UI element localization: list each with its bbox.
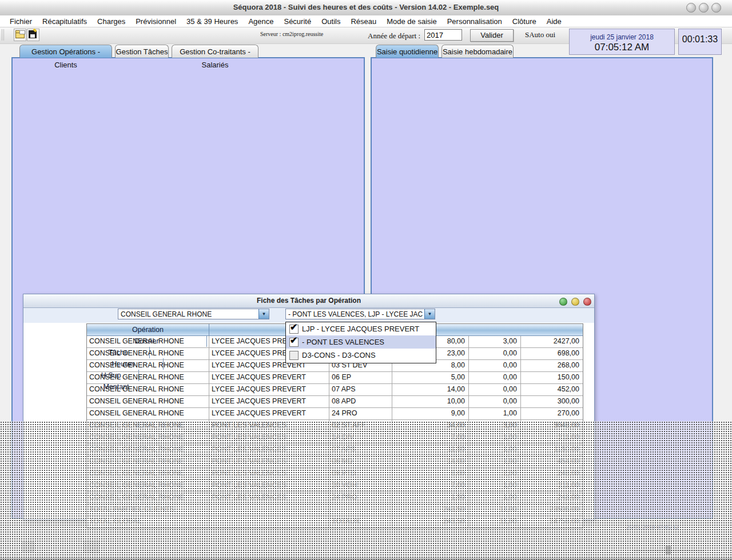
- table-cell: 2427,00: [521, 336, 583, 347]
- table-cell: 452,00: [521, 384, 583, 395]
- table-cell: [209, 504, 329, 515]
- table-cell: 248,00: [521, 468, 583, 479]
- dossier-combobox[interactable]: - PONT LES VALENCES, LJP - LYCEE JAC... …: [285, 309, 435, 319]
- dossier-dropdown-item[interactable]: - PONT LES VALENCES: [286, 335, 436, 349]
- table-cell: 211,00: [521, 480, 583, 491]
- unchecked-checkbox-icon[interactable]: [289, 351, 299, 360]
- dialog-yellow-light-button[interactable]: [571, 298, 579, 306]
- tab-saisie-quotidienne[interactable]: Saisie quotidienne: [376, 45, 439, 58]
- table-cell: LYCEE JACQUES PREVERT: [209, 372, 329, 383]
- menu-item[interactable]: Aide: [542, 17, 567, 26]
- table-cell: 23506,00: [521, 504, 583, 515]
- table-cell: CONSEIL GENERAL RHONE: [87, 444, 209, 455]
- checked-checkbox-icon[interactable]: [289, 325, 299, 334]
- menu-item[interactable]: Sécurité: [279, 17, 316, 26]
- dossier-dropdown-item[interactable]: D3-CONS - D3-CONS: [286, 349, 436, 362]
- open-file-button[interactable]: [14, 29, 26, 41]
- validate-button[interactable]: Valider: [470, 29, 514, 42]
- dialog-green-light-button[interactable]: [559, 298, 567, 306]
- table-cell: 09 PTD: [329, 468, 392, 479]
- dossier-dropdown-item[interactable]: LJP - LYCEE JACQUES PREVERT: [286, 322, 436, 335]
- table-cell: CONSEIL GENERAL RHONE: [87, 360, 209, 371]
- start-year-label: Année de départ :: [368, 31, 420, 41]
- table-cell: TOTAL PARTIEL CLIENTS: [87, 504, 209, 515]
- table-cell: 300,00: [521, 396, 583, 407]
- dialog-red-light-button[interactable]: [583, 298, 591, 306]
- table-cell: PONT LES VALENCES: [209, 492, 329, 503]
- table-cell: 1,00: [469, 480, 521, 491]
- tache-row[interactable]: CONSEIL GENERAL RHONEPONT LES VALENCES06…: [87, 456, 583, 468]
- table-cell: 0,00: [469, 348, 521, 359]
- table-cell: 270,00: [521, 408, 583, 419]
- tache-row[interactable]: CONSEIL GENERAL RHONELYCEE JACQUES PREVE…: [87, 372, 583, 384]
- table-cell: 07 APS: [329, 384, 392, 395]
- table-cell: CONSEIL GENERAL RHONE: [87, 492, 209, 503]
- dialog-filter-strip: CONSEIL GENERAL RHONE ▼ - PONT LES VALEN…: [23, 308, 594, 323]
- menu-item[interactable]: Outils: [316, 17, 345, 26]
- tab-gestion-taches[interactable]: Gestion Tâches: [115, 45, 169, 58]
- table-cell: 8,00: [392, 468, 469, 479]
- menu-item[interactable]: 35 & 39 Heures: [181, 17, 243, 26]
- menu-item[interactable]: Clôture: [507, 17, 542, 26]
- dossier-dropdown-list: LJP - LYCEE JACQUES PREVERT - PONT LES V…: [285, 322, 436, 363]
- table-cell: 07 APS: [329, 444, 392, 455]
- table-cell: CONSEIL GENERAL RHONE: [87, 348, 209, 359]
- timer-value: 00:01:33: [679, 34, 721, 45]
- table-cell: 3048,00: [521, 420, 583, 431]
- table-cell: 7,00: [392, 432, 469, 443]
- table-cell: 34,00: [392, 420, 469, 431]
- table-cell: CONSEIL GENERAL RHONE: [87, 468, 209, 479]
- tache-row[interactable]: CONSEIL GENERAL RHONEPONT LES VALENCES24…: [87, 492, 583, 504]
- current-date: jeudi 25 janvier 2018: [570, 33, 674, 41]
- tab-saisie-hebdomadaire[interactable]: Saisie hebdomadaire: [441, 45, 514, 58]
- operation-combobox[interactable]: CONSEIL GENERAL RHONE ▼: [118, 309, 269, 319]
- menu-item[interactable]: Réseau: [345, 17, 381, 26]
- menu-item[interactable]: Récapitulatifs: [37, 17, 92, 26]
- table-cell: CONSEIL GENERAL RHONE: [87, 336, 209, 347]
- chevron-down-icon[interactable]: ▼: [258, 309, 269, 319]
- menu-item[interactable]: Personnalisation: [442, 17, 507, 26]
- chevron-down-icon[interactable]: ▼: [424, 309, 435, 319]
- date-display: jeudi 25 janvier 2018 07:05:12 AM: [569, 29, 675, 55]
- window-zoom-button[interactable]: [699, 3, 709, 13]
- tache-row[interactable]: TOTAL GLOBALTOTAUX243,5011,0024758,00: [87, 516, 583, 528]
- menu-item[interactable]: Prévisionnel: [130, 17, 181, 26]
- table-cell: CONSEIL GENERAL RHONE: [87, 420, 209, 431]
- table-cell: TOTAL GLOBAL: [87, 516, 209, 527]
- checked-checkbox-icon[interactable]: [289, 338, 299, 347]
- tache-row[interactable]: CONSEIL GENERAL RHONEPONT LES VALENCES20…: [87, 480, 583, 492]
- table-cell: 9,00: [392, 408, 469, 419]
- menu-item[interactable]: Fichier: [5, 17, 37, 26]
- window-close-button[interactable]: [711, 3, 721, 13]
- table-cell: 1,00: [469, 408, 521, 419]
- tache-row[interactable]: CONSEIL GENERAL RHONEPONT LES VALENCES07…: [87, 444, 583, 456]
- table-cell: [329, 504, 392, 515]
- obscured-button: [22, 542, 34, 552]
- tache-row[interactable]: CONSEIL GENERAL RHONELYCEE JACQUES PREVE…: [87, 396, 583, 408]
- window-minimize-button[interactable]: [686, 3, 696, 13]
- menu-item[interactable]: Mode de saisie: [381, 17, 441, 26]
- tache-row[interactable]: CONSEIL GENERAL RHONELYCEE JACQUES PREVE…: [87, 408, 583, 420]
- dropdown-item-label: D3-CONS - D3-CONS: [302, 351, 376, 359]
- table-cell: CONSEIL GENERAL RHONE: [87, 372, 209, 383]
- menu-item[interactable]: Charges: [92, 17, 130, 26]
- tache-row[interactable]: CONSEIL GENERAL RHONEPONT LES VALENCES1A…: [87, 432, 583, 444]
- tab-gestion-cotraitants-salaries[interactable]: Gestion Co-traitants - Salariés: [172, 45, 258, 58]
- table-cell: [209, 516, 329, 527]
- current-time: 07:05:12 AM: [570, 42, 674, 53]
- tache-row[interactable]: CONSEIL GENERAL RHONELYCEE JACQUES PREVE…: [87, 384, 583, 396]
- menu-item[interactable]: Agence: [243, 17, 279, 26]
- save-file-button[interactable]: [27, 29, 39, 41]
- table-cell: PONT LES VALENCES: [209, 444, 329, 455]
- open-folder-icon: [15, 32, 25, 38]
- tache-row[interactable]: CONSEIL GENERAL RHONEPONT LES VALENCES09…: [87, 468, 583, 480]
- window-bottom-edge: [0, 558, 732, 560]
- start-year-input[interactable]: [424, 29, 462, 41]
- table-cell: 14,00: [392, 384, 469, 395]
- tache-row[interactable]: TOTAL PARTIEL CLIENTS243,5011,0023506,00: [87, 504, 583, 516]
- tache-row[interactable]: CONSEIL GENERAL RHONEPONT LES VALENCES02…: [87, 420, 583, 432]
- table-cell: CONSEIL GENERAL RHONE: [87, 384, 209, 395]
- table-cell: 150,00: [521, 372, 583, 383]
- tab-gestion-operations-clients[interactable]: Gestion Opérations - Clients: [19, 45, 112, 58]
- application-window: Séquora 2018 - Suivi des heures et des c…: [0, 0, 732, 560]
